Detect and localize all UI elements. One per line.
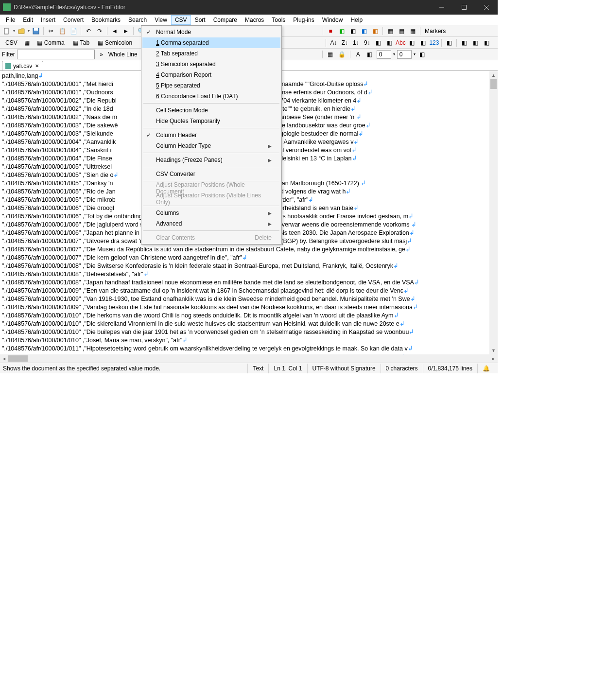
scroll-up-button[interactable]: ▲ xyxy=(489,71,498,79)
tool-button[interactable]: 🔒 xyxy=(337,50,347,59)
menu-help[interactable]: Help xyxy=(347,15,366,25)
tool-button[interactable]: ◧ xyxy=(348,26,358,36)
sort-button[interactable]: 1↓ xyxy=(351,38,361,48)
scroll-down-button[interactable]: ▼ xyxy=(489,346,498,354)
semicolon-mode-button[interactable]: ▦ Semicolon xyxy=(94,38,136,48)
filter-go-button[interactable]: » xyxy=(97,50,106,59)
menu-bookmarks[interactable]: Bookmarks xyxy=(87,15,124,25)
tool-button[interactable]: ▦ xyxy=(397,26,406,36)
csv-menu-item[interactable]: 2 Tab separated xyxy=(142,48,280,59)
editor-line[interactable]: "./1048576/afr/1000/001/007" ,"Die kern … xyxy=(2,254,496,262)
comma-mode-button[interactable]: ▦ Comma xyxy=(34,38,68,48)
tool-button[interactable]: ◧ xyxy=(365,50,375,59)
sort-asc-button[interactable]: A↓ xyxy=(329,38,338,48)
menu-file[interactable]: File xyxy=(2,15,19,25)
tool-button[interactable]: ◧ xyxy=(407,38,416,48)
sort-button[interactable]: 9↓ xyxy=(362,38,372,48)
csv-menu-item[interactable]: 6 Concordance Load File (DAT) xyxy=(142,91,280,102)
sort-button[interactable]: ◧ xyxy=(384,38,394,48)
tool-button[interactable]: ▦ xyxy=(326,50,335,59)
editor-line[interactable]: "./1048576/afr/1000/001/008" ,"Die Swits… xyxy=(2,262,496,270)
editor-line[interactable]: "./1048576/afr/1000/001/010" ,"Die skier… xyxy=(2,320,496,328)
whole-line-label[interactable]: Whole Line xyxy=(108,51,138,58)
tool-button[interactable]: ◧ xyxy=(370,26,380,36)
csv-mode-button[interactable]: CSV xyxy=(2,38,21,48)
vertical-scrollbar[interactable]: ▲ ▼ xyxy=(489,71,498,354)
forward-button[interactable]: ► xyxy=(121,26,131,36)
horizontal-scroll-thumb[interactable] xyxy=(8,355,28,362)
spin-1[interactable] xyxy=(377,50,391,59)
tool-button[interactable]: ■ xyxy=(326,26,335,36)
tool-button[interactable]: ◧ xyxy=(418,38,428,48)
menu-plugins[interactable]: Plug-ins xyxy=(289,15,318,25)
redo-button[interactable]: ↷ xyxy=(95,26,104,36)
new-button[interactable] xyxy=(2,26,12,36)
open-button[interactable] xyxy=(17,26,26,36)
editor-line[interactable]: "./1048576/afr/1000/001/007" ,"Die Museu… xyxy=(2,245,496,254)
csv-menu-item[interactable]: ✓Column Header xyxy=(142,130,280,140)
tool-button[interactable]: ◧ xyxy=(359,26,369,36)
editor-line[interactable]: "./1048576/afr/1000/001/010" ,"Josef, Ma… xyxy=(2,336,496,345)
save-button[interactable] xyxy=(31,26,41,36)
tab-close-button[interactable]: ✕ xyxy=(34,63,40,69)
csv-menu-item[interactable]: 1 Comma separated xyxy=(142,37,280,48)
filter-input[interactable] xyxy=(17,50,95,59)
scroll-left-button[interactable]: ◄ xyxy=(0,354,8,363)
sort-button[interactable]: ◧ xyxy=(373,38,383,48)
copy-button[interactable]: 📋 xyxy=(57,26,67,36)
editor-line[interactable]: "./1048576/afr/1000/001/009" ,"Van 1918-… xyxy=(2,295,496,303)
close-button[interactable] xyxy=(475,0,498,15)
tool-button[interactable]: ◧ xyxy=(444,38,454,48)
back-button[interactable]: ◄ xyxy=(110,26,120,36)
notification-icon[interactable]: 🔔 xyxy=(483,364,495,373)
paste-button[interactable]: 📄 xyxy=(69,26,78,36)
menu-convert[interactable]: Convert xyxy=(59,15,87,25)
csv-menu-item[interactable]: CSV Converter xyxy=(142,169,280,179)
horizontal-scrollbar[interactable]: ◄ ► xyxy=(0,354,498,363)
tool-button[interactable]: ◧ xyxy=(417,50,427,59)
editor-line[interactable]: "./1048576/afr/1000/001/008" ,"Japan han… xyxy=(2,279,496,287)
menu-sort[interactable]: Sort xyxy=(191,15,209,25)
csv-menu-item[interactable]: Headings (Freeze Panes)▶ xyxy=(142,155,280,165)
cut-button[interactable]: ✂ xyxy=(46,26,56,36)
editor-line[interactable]: "./1048576/afr/1000/001/010" ,"Die herko… xyxy=(2,312,496,320)
vertical-scroll-thumb[interactable] xyxy=(490,79,497,89)
scroll-right-button[interactable]: ► xyxy=(489,354,498,363)
csv-menu-item[interactable]: ✓Normal Mode xyxy=(142,27,280,37)
editor-line[interactable]: "./1048576/afr/1000/001/009" ,"Een van d… xyxy=(2,287,496,295)
file-tab[interactable]: yali.csv ✕ xyxy=(2,61,43,70)
normal-mode-button[interactable]: ▦ xyxy=(22,38,32,48)
minimize-button[interactable] xyxy=(431,0,453,15)
csv-menu-item[interactable]: Columns▶ xyxy=(142,208,280,218)
spin-2[interactable] xyxy=(397,50,412,59)
maximize-button[interactable] xyxy=(453,0,475,15)
tool-button[interactable]: ◧ xyxy=(482,38,491,48)
editor-line[interactable]: "./1048576/afr/1000/001/009" ,"Vandag be… xyxy=(2,303,496,312)
editor-line[interactable]: "./1048576/afr/1000/001/011" ,"Hipoteset… xyxy=(2,345,496,353)
csv-menu-item[interactable]: Column Header Type▶ xyxy=(142,140,280,151)
csv-menu-item[interactable]: Cell Selection Mode xyxy=(142,105,280,116)
sort-desc-button[interactable]: Z↓ xyxy=(340,38,349,48)
editor-line[interactable]: "./1048576/afr/1000/001/010" ,"Die buile… xyxy=(2,328,496,336)
csv-menu-item[interactable]: Advanced▶ xyxy=(142,218,280,229)
menu-tools[interactable]: Tools xyxy=(268,15,289,25)
menu-compare[interactable]: Compare xyxy=(209,15,241,25)
menu-window[interactable]: Window xyxy=(318,15,347,25)
menu-edit[interactable]: Edit xyxy=(19,15,37,25)
csv-menu-item[interactable]: Hide Quotes Temporarily xyxy=(142,116,280,126)
menu-csv[interactable]: CSV xyxy=(171,15,191,25)
tool-button[interactable]: ◧ xyxy=(337,26,347,36)
editor-line[interactable]: "./1048576/afr/1000/001/008" ,"Beheerste… xyxy=(2,270,496,279)
menu-macros[interactable]: Macros xyxy=(241,15,268,25)
menu-search[interactable]: Search xyxy=(124,15,151,25)
csv-menu-item[interactable]: 5 Pipe separated xyxy=(142,80,280,91)
tool-button[interactable]: 123 xyxy=(429,38,439,48)
tool-button[interactable]: ▦ xyxy=(408,26,417,36)
tab-mode-button[interactable]: ▦ Tab xyxy=(69,38,93,48)
spellcheck-button[interactable]: Abc xyxy=(396,38,405,48)
menu-insert[interactable]: Insert xyxy=(37,15,59,25)
tool-button[interactable]: A xyxy=(353,50,363,59)
tool-button[interactable]: ▦ xyxy=(385,26,395,36)
tool-button[interactable]: ◧ xyxy=(470,38,480,48)
csv-menu-item[interactable]: 4 Comparison Report xyxy=(142,70,280,80)
